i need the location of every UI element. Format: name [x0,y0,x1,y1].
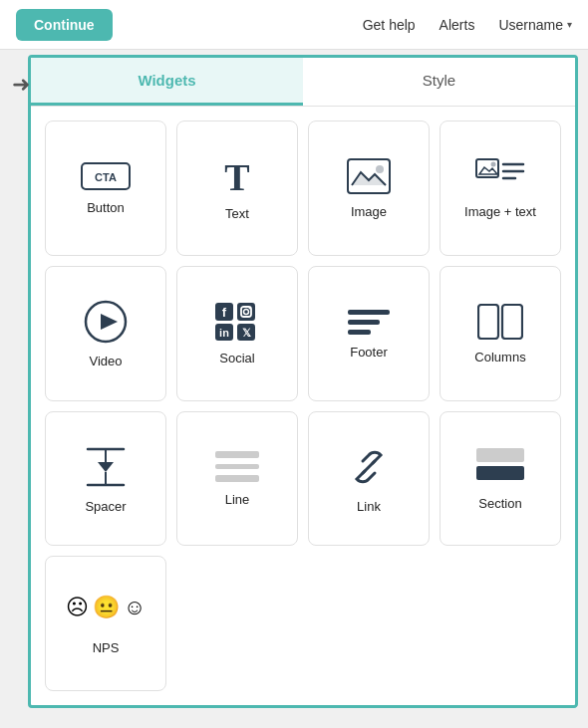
svg-point-17 [249,308,251,310]
tab-style[interactable]: Style [303,58,575,106]
nps-neutral-emoji: 😐 [93,595,120,620]
widget-social[interactable]: f in 𝕏 Social [176,266,298,401]
svg-rect-14 [237,303,255,321]
link-icon [347,445,391,489]
widget-columns-label: Columns [474,350,525,364]
widget-image-text[interactable]: Image + text [440,121,561,256]
widget-section-label: Section [478,496,521,511]
widget-nps-label: NPS [93,640,120,655]
widget-spacer-label: Spacer [85,499,126,514]
arrow-hint: ➜ [12,72,30,98]
widget-button-label: Button [87,200,125,215]
svg-text:in: in [219,327,229,339]
svg-rect-22 [478,305,498,339]
svg-text:𝕏: 𝕏 [242,327,251,339]
nav-links: Get help Alerts Username ▾ [363,17,572,33]
section-icon [476,448,524,486]
svg-point-6 [491,162,496,167]
svg-point-4 [376,165,384,173]
widget-text-label: Text [225,206,249,221]
nps-happy-emoji: ☺ [124,595,146,620]
widget-image[interactable]: Image [308,121,430,256]
widget-image-label: Image [351,204,387,219]
widgets-panel: Widgets Style CTA Button T Text [28,55,578,708]
widget-footer-label: Footer [350,345,388,360]
spacer-icon [86,445,126,489]
nps-icon: ☹ 😐 ☺ [66,595,146,630]
widget-nps[interactable]: ☹ 😐 ☺ NPS [45,556,166,691]
nps-sad-emoji: ☹ [66,595,89,620]
video-icon [84,300,128,344]
svg-rect-3 [348,159,390,193]
top-bar: Continue Get help Alerts Username ▾ [0,0,588,50]
svg-text:f: f [222,305,227,320]
widget-link-label: Link [357,499,381,514]
widget-social-label: Social [219,351,254,365]
widget-video[interactable]: Video [45,266,166,401]
widget-columns[interactable]: Columns [440,266,561,401]
widget-section[interactable]: Section [440,411,561,547]
widget-footer[interactable]: Footer [308,266,430,401]
continue-button[interactable]: Continue [16,9,113,41]
social-icon: f in 𝕏 [215,303,259,341]
svg-text:T: T [224,156,249,196]
button-icon: CTA [81,162,131,190]
line-icon [215,451,259,482]
get-help-link[interactable]: Get help [363,17,416,33]
tab-widgets[interactable]: Widgets [31,58,303,106]
widget-spacer[interactable]: Spacer [45,411,166,547]
chevron-down-icon: ▾ [567,19,572,30]
svg-marker-11 [101,314,118,330]
widget-video-label: Video [89,354,122,368]
svg-rect-23 [502,305,522,339]
svg-line-29 [363,461,375,473]
widget-line-label: Line [225,492,250,507]
widget-image-text-label: Image + text [464,204,536,219]
panel-tabs: Widgets Style [31,58,575,107]
widget-button[interactable]: CTA Button [45,121,166,256]
svg-marker-26 [98,462,114,472]
username-label: Username [498,17,563,33]
widget-text[interactable]: T Text [176,121,298,256]
footer-icon [348,310,390,335]
widget-grid: CTA Button T Text [31,107,575,705]
alerts-link[interactable]: Alerts [440,17,475,33]
widget-link[interactable]: Link [308,411,430,547]
text-icon: T [217,156,257,196]
columns-icon [477,304,523,340]
svg-text:CTA: CTA [95,171,117,183]
widget-line[interactable]: Line [176,411,298,547]
username-menu[interactable]: Username ▾ [498,17,572,33]
image-icon [347,158,391,194]
image-text-icon [475,158,525,194]
